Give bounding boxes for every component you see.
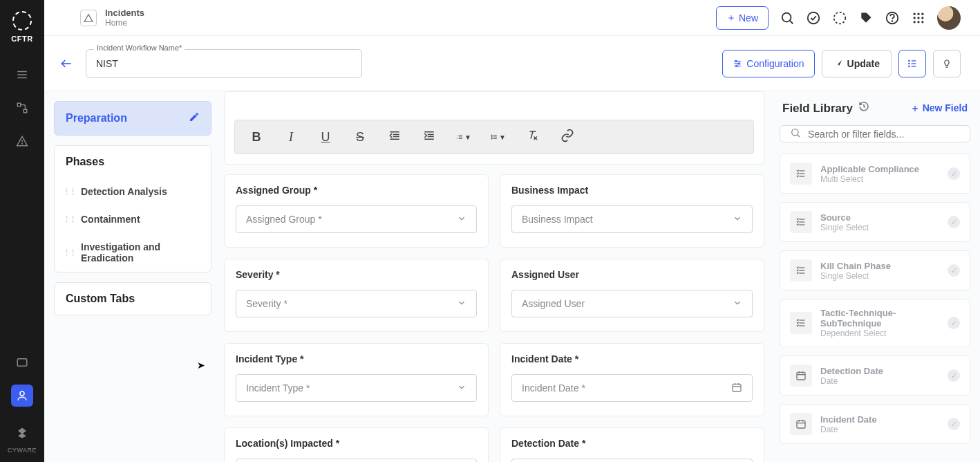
date-input[interactable]: Incident Date * [511,374,753,402]
tag-icon[interactable] [858,10,874,26]
select-input[interactable]: Assigned User [511,290,753,317]
workflow-name-label: Incident Workflow Name* [94,44,185,52]
select-input[interactable]: Incident Type * [236,374,477,402]
incident-crumb-icon [80,10,97,26]
strike-icon[interactable]: S [352,130,368,145]
library-item-type: Multi Select [820,174,939,184]
field-label: Detection Date * [511,438,753,449]
new-field-button[interactable]: ＋ New Field [910,102,968,115]
clear-format-icon[interactable] [525,129,540,145]
drag-icon[interactable]: ⋮⋮ [63,187,75,196]
phase-label: Investigation and Eradication [81,241,200,264]
apps-icon[interactable] [911,10,926,26]
date-input[interactable]: Detection Date * [511,459,753,462]
brand-text: CFTR [11,35,32,43]
field-library-panel: Field Library ＋ New Field Applicable Com… [774,91,980,462]
svg-rect-3 [17,103,21,107]
edit-icon[interactable] [189,111,200,125]
list-view-button[interactable] [898,50,926,77]
chevron-down-icon [457,298,467,310]
back-button[interactable] [57,54,76,73]
nav-rail: CFTR CYWARE [0,0,44,462]
configuration-button[interactable]: Configuration [722,50,814,77]
library-item[interactable]: Tactic-Technique-SubTechniqueDependent S… [780,299,970,347]
outdent-icon[interactable] [387,129,402,145]
rte-area[interactable] [234,92,754,120]
library-item[interactable]: Detection DateDate✓ [780,355,970,396]
svg-rect-59 [733,384,741,391]
history-icon[interactable] [858,101,869,115]
chevron-down-icon [733,214,742,225]
library-item[interactable]: Incident DateDate✓ [780,404,970,444]
user-icon[interactable] [11,385,33,407]
svg-rect-4 [23,109,27,113]
select-input[interactable]: Assigned Group * [236,205,477,233]
check-icon: ✓ [948,216,960,228]
italic-icon[interactable]: I [283,130,299,145]
phases-heading: Phases [55,146,211,178]
phase-item[interactable]: ⋮⋮Containment [55,205,211,233]
library-item-name: Detection Date [820,366,939,376]
avatar[interactable] [937,6,961,30]
select-input[interactable]: Severity * [236,290,477,317]
svg-line-68 [798,134,800,136]
field-search-input[interactable] [808,129,960,140]
search-icon[interactable] [780,10,795,26]
library-item[interactable]: Kill Chain PhaseSingle Select✓ [780,250,970,290]
select-input[interactable]: Business Impact [511,205,753,233]
check-icon: ✓ [948,418,960,430]
form-canvas: B I U S 123▼ ▼ Assigned Group *Assigned … [218,91,774,462]
svg-point-67 [792,129,798,135]
phase-label: Detection Analysis [81,186,167,197]
field-label: Location(s) Impacted * [236,438,477,449]
update-button[interactable]: Update [822,50,892,77]
library-item[interactable]: SourceSingle Select✓ [780,202,970,242]
library-item-type: Single Select [820,223,939,232]
check-icon[interactable] [806,10,821,26]
svg-point-31 [909,60,910,61]
chevron-down-icon [733,298,742,310]
ordered-list-icon[interactable]: 123▼ [456,131,471,143]
svg-point-12 [834,12,846,24]
drag-icon[interactable]: ⋮⋮ [63,248,75,257]
select-input[interactable]: Location(s) Impacted * [236,459,477,462]
search-icon [790,127,801,141]
svg-point-55 [491,138,492,139]
library-item-type: Date [820,376,939,386]
svg-point-16 [917,12,919,15]
library-item[interactable]: Applicable ComplianceMulti Select✓ [780,154,970,194]
svg-rect-7 [17,359,27,367]
indent-icon[interactable] [422,129,437,145]
menu-icon[interactable] [11,64,33,86]
phase-label: Containment [81,214,140,225]
underline-icon[interactable]: U [318,130,333,145]
field-type-icon [790,413,812,435]
phase-item[interactable]: ⋮⋮Investigation and Eradication [55,233,211,272]
field-search[interactable] [780,125,970,142]
hint-button[interactable] [933,50,961,77]
nodes-icon[interactable] [11,97,33,119]
form-field-card: Incident Type *Incident Type * [224,343,489,416]
drag-icon[interactable]: ⋮⋮ [63,215,75,224]
phase-item[interactable]: ⋮⋮Detection Analysis [55,178,211,205]
bullet-list-icon[interactable]: ▼ [491,131,506,143]
timer-icon[interactable] [832,10,847,26]
library-item-type: Single Select [820,271,939,281]
svg-rect-81 [797,372,805,380]
breadcrumb-sub[interactable]: Home [105,18,144,28]
svg-point-14 [892,21,893,21]
workflow-name-input[interactable] [86,49,362,78]
form-field-card: Assigned Group *Assigned Group * [224,174,489,248]
new-button[interactable]: ＋New [716,6,769,30]
rte-toolbar: B I U S 123▼ ▼ [234,120,754,154]
alert-icon[interactable] [11,130,33,152]
link-icon[interactable] [560,129,575,146]
custom-tabs-heading: Custom Tabs [55,283,211,315]
field-library-title: Field Library [782,102,853,115]
preparation-card[interactable]: Preparation [54,101,211,136]
svg-point-29 [738,62,739,64]
bold-icon[interactable]: B [249,130,264,145]
panel-icon[interactable] [11,351,33,373]
svg-point-23 [921,21,923,23]
help-icon[interactable] [885,10,900,26]
